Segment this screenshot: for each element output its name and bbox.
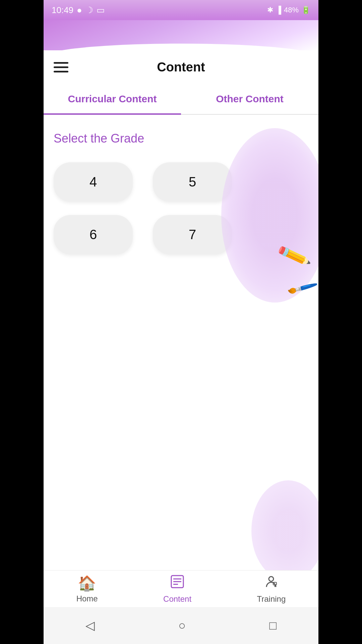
app-header: Content <box>44 50 318 84</box>
battery-display: 48% <box>284 6 299 14</box>
nav-home-label: Home <box>76 594 98 603</box>
grade-grid: 4 5 6 7 <box>54 162 232 254</box>
moon-icon: ☽ <box>85 5 93 15</box>
android-recent-button[interactable]: □ <box>269 619 277 633</box>
grade-button-5[interactable]: 5 <box>153 162 232 202</box>
wave-decoration <box>44 20 318 50</box>
grade-button-7[interactable]: 7 <box>153 215 232 254</box>
content-icon <box>170 574 185 592</box>
status-bar: 10:49 ● ☽ ▭ ✱ ▐ 48% 🔋 <box>44 0 318 20</box>
home-icon: 🏠 <box>78 575 96 592</box>
time-display: 10:49 <box>52 5 73 15</box>
grade-button-4[interactable]: 4 <box>54 162 133 202</box>
bluetooth-icon: ✱ <box>267 6 273 14</box>
android-back-button[interactable]: ◁ <box>85 619 95 633</box>
nav-content-label: Content <box>163 594 191 604</box>
status-time: 10:49 ● ☽ ▭ <box>52 5 105 15</box>
training-icon <box>264 574 279 592</box>
bottom-nav: 🏠 Home Content <box>44 570 318 607</box>
battery-icon: 🔋 <box>301 6 310 14</box>
status-indicators: ✱ ▐ 48% 🔋 <box>267 6 310 14</box>
tab-bar: Curricular Content Other Content <box>44 84 318 115</box>
screen-icon: ▭ <box>97 5 105 15</box>
android-nav-bar: ◁ ○ □ <box>44 607 318 644</box>
nav-content[interactable]: Content <box>163 574 191 604</box>
content-area: ✏️ 🖌️ Select the Grade 4 5 6 7 <box>44 115 318 608</box>
tab-curricular[interactable]: Curricular Content <box>44 84 181 114</box>
page-title: Content <box>157 60 205 74</box>
whatsapp-icon: ● <box>77 5 82 15</box>
blob-decoration-2 <box>251 480 318 581</box>
nav-home[interactable]: 🏠 Home <box>76 575 98 603</box>
tab-other[interactable]: Other Content <box>181 84 318 114</box>
android-home-button[interactable]: ○ <box>178 619 186 633</box>
svg-point-4 <box>269 577 274 581</box>
grade-button-6[interactable]: 6 <box>54 215 133 254</box>
nav-training[interactable]: Training <box>257 574 286 604</box>
nav-training-label: Training <box>257 594 286 604</box>
signal-icon: ▐ <box>276 6 281 14</box>
menu-button[interactable] <box>54 62 68 72</box>
